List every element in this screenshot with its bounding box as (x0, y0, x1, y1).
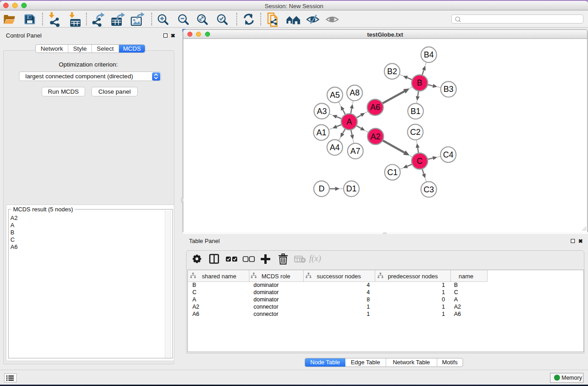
svg-text:A5: A5 (330, 91, 339, 100)
svg-text:B: B (417, 78, 422, 87)
svg-text:A8: A8 (349, 88, 359, 97)
svg-text:A: A (346, 117, 352, 126)
svg-text:B2: B2 (387, 67, 397, 76)
svg-text:D1: D1 (346, 184, 356, 193)
svg-text:D: D (318, 184, 324, 193)
svg-text:C1: C1 (387, 168, 397, 177)
svg-text:A2: A2 (370, 132, 380, 141)
svg-text:C4: C4 (443, 150, 453, 159)
svg-text:A3: A3 (316, 107, 326, 116)
svg-text:C3: C3 (423, 185, 434, 194)
svg-text:B1: B1 (411, 107, 421, 116)
svg-text:A7: A7 (350, 147, 360, 156)
svg-text:C: C (416, 157, 422, 166)
svg-text:A6: A6 (370, 103, 380, 112)
svg-text:B4: B4 (424, 50, 434, 59)
svg-text:B3: B3 (443, 85, 453, 94)
svg-text:A1: A1 (316, 128, 326, 137)
svg-text:A4: A4 (330, 143, 339, 152)
svg-text:C2: C2 (410, 128, 420, 137)
